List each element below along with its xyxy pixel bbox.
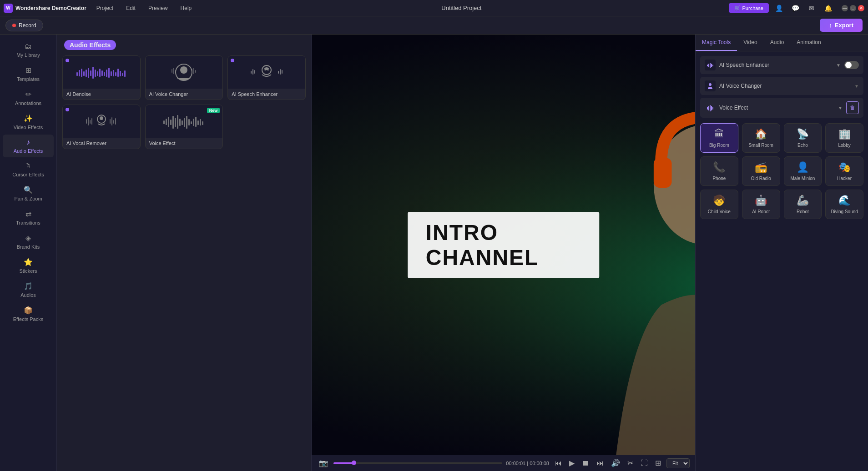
sidebar-item-stickers[interactable]: ⭐ Stickers bbox=[3, 254, 54, 277]
mail-icon[interactable]: ✉ bbox=[805, 2, 818, 15]
fullscreen-button[interactable]: ⛶ bbox=[639, 458, 650, 468]
voice-effect-wave bbox=[161, 112, 207, 130]
voice-item-male-minion[interactable]: 👤 Male Minion bbox=[784, 156, 822, 186]
effect-label-ai-denoise: AI Denoise bbox=[63, 89, 140, 100]
svg-rect-28 bbox=[193, 68, 194, 74]
sidebar-item-audios[interactable]: 🎵 Audios bbox=[3, 278, 54, 301]
menu-help[interactable]: Help bbox=[178, 3, 195, 13]
voice-item-small-room[interactable]: 🏠 Small Room bbox=[742, 123, 780, 153]
effect-card-ai-voice-changer[interactable]: AI Voice Changer bbox=[145, 55, 223, 100]
svg-rect-64 bbox=[202, 121, 203, 125]
voice-item-ai-robot[interactable]: 🤖 AI Robot bbox=[742, 190, 780, 219]
svg-rect-19 bbox=[120, 71, 121, 76]
sidebar-item-transitions[interactable]: ⇄ Transitions bbox=[3, 206, 54, 229]
tab-audio[interactable]: Audio bbox=[764, 35, 791, 51]
effect-label-ai-speech-enhancer: AI Speech Enhancer bbox=[228, 89, 305, 100]
export-button[interactable]: ↑ Export bbox=[820, 19, 863, 32]
voice-item-phone[interactable]: 📞 Phone bbox=[700, 156, 738, 186]
menu-preview[interactable]: Preview bbox=[146, 3, 171, 13]
svg-rect-74 bbox=[712, 65, 713, 66]
voice-item-big-room[interactable]: 🏛 Big Room bbox=[700, 123, 738, 153]
panel-title: Audio Effects bbox=[64, 40, 116, 50]
svg-rect-68 bbox=[654, 158, 672, 188]
user-icon[interactable]: 👤 bbox=[772, 2, 785, 15]
preview-video: INTRO CHANNEL bbox=[312, 35, 695, 455]
voice-item-echo[interactable]: 📡 Echo bbox=[784, 123, 822, 153]
sidebar-item-my-library[interactable]: 🗂 My Library bbox=[3, 39, 54, 61]
sidebar-item-brand-kits[interactable]: ◈ Brand Kits bbox=[3, 230, 54, 253]
effect-label-ai-vocal-remover: AI Vocal Remover bbox=[63, 138, 140, 149]
sidebar-item-annotations[interactable]: ✏ Annotations bbox=[3, 86, 54, 110]
app-logo: W Wondershare DemoCreator bbox=[4, 4, 86, 13]
menu-project[interactable]: Project bbox=[94, 3, 116, 13]
notification-icon[interactable]: 🔔 bbox=[822, 2, 834, 15]
sidebar-item-audio-effects[interactable]: ♪ Audio Effects bbox=[3, 135, 54, 157]
voice-effect-label: Voice Effect bbox=[719, 105, 838, 111]
svg-rect-24 bbox=[172, 69, 172, 73]
waveform-ai-denoise bbox=[74, 63, 129, 81]
sidebar: 🗂 My Library ⊞ Templates ✏ Annotations ✨… bbox=[0, 35, 57, 471]
play-button[interactable]: ▶ bbox=[567, 458, 576, 468]
voice-item-robot[interactable]: 🦾 Robot bbox=[784, 190, 822, 219]
rewind-button[interactable]: ⏮ bbox=[553, 458, 564, 468]
svg-rect-40 bbox=[88, 117, 89, 125]
svg-rect-31 bbox=[251, 71, 252, 74]
crop-button[interactable]: ✂ bbox=[626, 458, 635, 468]
svg-point-23 bbox=[180, 66, 187, 74]
effect-card-voice-effect[interactable]: New bbox=[145, 105, 223, 149]
menu-edit[interactable]: Edit bbox=[123, 3, 138, 13]
record-button[interactable]: Record bbox=[5, 20, 43, 31]
progress-bar[interactable] bbox=[333, 462, 502, 464]
purchase-icon: 🛒 bbox=[734, 5, 741, 11]
svg-rect-17 bbox=[115, 72, 116, 76]
svg-rect-72 bbox=[710, 63, 711, 68]
purple-dot-vocal bbox=[66, 108, 69, 111]
tab-animation[interactable]: Animation bbox=[790, 35, 827, 51]
sidebar-item-pan-zoom[interactable]: 🔍 Pan & Zoom bbox=[3, 182, 54, 205]
effect-card-ai-denoise[interactable]: AI Denoise bbox=[62, 55, 141, 100]
sidebar-item-templates[interactable]: ⊞ Templates bbox=[3, 62, 54, 85]
sidebar-item-effects-packs[interactable]: 📦 Effects Packs bbox=[3, 302, 54, 326]
maximize-button[interactable]: □ bbox=[850, 5, 856, 11]
svg-rect-49 bbox=[168, 117, 169, 127]
voice-item-lobby[interactable]: 🏢 Lobby bbox=[825, 123, 863, 153]
svg-rect-56 bbox=[184, 118, 185, 127]
voice-effect-section[interactable]: Voice Effect ▼ 🗑 bbox=[700, 98, 863, 118]
fit-select[interactable]: Fit bbox=[666, 458, 690, 468]
voice-item-diving-sound[interactable]: 🌊 Diving Sound bbox=[825, 190, 863, 219]
fast-forward-button[interactable]: ⏭ bbox=[595, 458, 606, 468]
screenshot-button[interactable]: 📷 bbox=[317, 458, 330, 468]
voice-item-hacker[interactable]: 🎭 Hacker bbox=[825, 156, 863, 186]
sidebar-item-video-effects[interactable]: ✨ Video Effects bbox=[3, 110, 54, 134]
effect-card-ai-speech-enhancer[interactable]: AI Speech Enhancer bbox=[227, 55, 306, 100]
sidebar-item-cursor-effects[interactable]: 🖱 Cursor Effects bbox=[3, 158, 54, 181]
app-name: Wondershare DemoCreator bbox=[15, 5, 86, 11]
svg-rect-0 bbox=[76, 72, 78, 76]
voice-changer-icon bbox=[168, 61, 200, 84]
volume-button[interactable]: 🔊 bbox=[609, 458, 622, 468]
svg-rect-11 bbox=[101, 70, 103, 76]
svg-rect-55 bbox=[182, 120, 183, 125]
speech-enhancer-toggle[interactable] bbox=[844, 61, 859, 69]
svg-rect-44 bbox=[111, 117, 112, 125]
close-button[interactable]: ✕ bbox=[858, 5, 864, 11]
tab-video[interactable]: Video bbox=[737, 35, 763, 51]
voice-item-child-voice[interactable]: 🧒 Child Voice bbox=[700, 190, 738, 219]
time-display: 00:00:01 | 00:00:08 bbox=[506, 461, 549, 466]
vocal-remover-icon bbox=[83, 110, 120, 133]
new-badge: New bbox=[207, 108, 220, 113]
stop-button[interactable]: ⏹ bbox=[580, 458, 591, 468]
templates-icon: ⊞ bbox=[25, 66, 31, 75]
tool-row-ai-speech-enhancer[interactable]: AI Speech Enhancer ▼ bbox=[700, 56, 863, 74]
voice-item-old-radio[interactable]: 📻 Old Radio bbox=[742, 156, 780, 186]
pip-button[interactable]: ⊞ bbox=[653, 458, 663, 468]
chat-icon[interactable]: 💬 bbox=[789, 2, 802, 15]
dropdown-arrow: ▼ bbox=[836, 63, 841, 68]
minimize-button[interactable]: — bbox=[842, 5, 848, 11]
tab-magic-tools[interactable]: Magic Tools bbox=[696, 35, 737, 51]
svg-rect-43 bbox=[110, 119, 111, 124]
tool-row-ai-voice-changer[interactable]: AI Voice Changer ▼ bbox=[700, 77, 863, 95]
effect-card-ai-vocal-remover[interactable]: AI Vocal Remover bbox=[62, 105, 141, 149]
delete-button[interactable]: 🗑 bbox=[846, 101, 859, 114]
purchase-button[interactable]: 🛒 Purchase bbox=[729, 3, 769, 13]
